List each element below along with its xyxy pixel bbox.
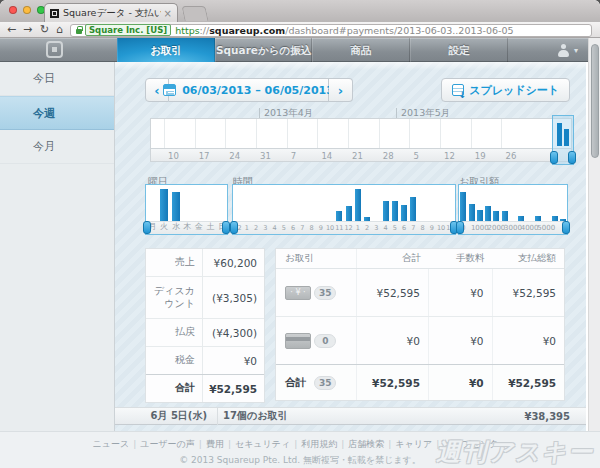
user-menu[interactable]: ▾ <box>558 38 578 62</box>
timeline-gridline <box>440 119 441 148</box>
close-window-button[interactable] <box>9 6 17 14</box>
summary-label: 合計 <box>146 375 203 402</box>
axis-label: 4000 <box>521 224 539 232</box>
timeline-selection[interactable] <box>552 115 574 165</box>
footer-link[interactable]: ユーザーの声 <box>140 439 195 449</box>
selection-handle-right[interactable] <box>568 151 576 164</box>
url-host: squareup.com <box>209 25 285 36</box>
axis-label: 1 <box>245 224 249 232</box>
footer-link[interactable]: 店舗検索 <box>348 439 384 449</box>
chart-bar <box>336 211 342 221</box>
minimize-window-button[interactable] <box>23 6 31 14</box>
footer-link[interactable]: キャリア <box>395 439 432 449</box>
axis-label: 5000 <box>537 224 555 232</box>
browser-tab[interactable]: Squareデータ - 支払い × <box>44 3 178 22</box>
axis-label: 10 <box>437 224 445 232</box>
chart-bar <box>477 210 483 221</box>
count-badge: 0 <box>314 334 336 348</box>
timeline-plot[interactable] <box>150 118 572 148</box>
selection-handle-right[interactable] <box>562 221 570 234</box>
fee-value: ¥0 <box>429 269 493 316</box>
sidebar-item-this-week[interactable]: 今週 <box>0 96 114 130</box>
chart-bar <box>160 189 168 221</box>
fee-value: ¥0 <box>429 365 493 400</box>
transactions-row: · ¥ ·35¥52,595¥0¥52,595 <box>276 269 564 317</box>
weekday-chart[interactable]: 月火水木金土日 <box>145 184 228 235</box>
nav-tab-transactions[interactable]: お取引 <box>117 38 215 62</box>
axis-label: 8 <box>421 224 425 232</box>
footer-link[interactable]: セキュリティ <box>235 439 290 449</box>
summary-row: ディスカウント(¥3,305) <box>146 277 264 319</box>
date-range-button[interactable]: 06/03/2013 – 06/05/2013 <box>169 78 329 102</box>
reload-icon[interactable]: ↻ <box>40 22 49 38</box>
address-bar[interactable]: Square Inc. [US] https://squareup.com/da… <box>70 24 592 37</box>
axis-label: 2000 <box>487 224 505 232</box>
nav-tab-settings[interactable]: 設定 <box>410 38 508 62</box>
nav-tab-items[interactable]: 商品 <box>312 38 410 62</box>
timeline-bar <box>564 129 569 146</box>
selection-handle-left[interactable] <box>230 221 238 234</box>
spreadsheet-label: スプレッドシート <box>469 83 559 98</box>
footer-link[interactable]: 費用 <box>206 439 224 449</box>
axis-label: 3000 <box>504 224 522 232</box>
browser-toolbar: ← → ↻ ⌂ Square Inc. [US] https://squareu… <box>0 22 600 38</box>
chart-bar <box>502 211 508 221</box>
timeline-gridline <box>471 119 472 148</box>
net-value: ¥0 <box>493 317 565 364</box>
count-badge: 35 <box>314 286 337 300</box>
summary-label: 払戻 <box>146 319 203 346</box>
spreadsheet-download-icon <box>452 84 464 96</box>
selection-handle-left[interactable] <box>456 221 464 234</box>
chart-bar <box>493 211 499 221</box>
timeline-gridline <box>379 119 380 148</box>
nav-tab-transfers[interactable]: Squareからの振込 <box>215 38 312 62</box>
scrollbar-track[interactable] <box>588 38 600 468</box>
axis-label: 2 <box>254 224 258 232</box>
timeline-gridline <box>348 119 349 148</box>
axis-label: 水 <box>172 221 180 232</box>
back-icon[interactable]: ← <box>7 22 16 38</box>
footer-link[interactable]: 利用規約 <box>301 439 337 449</box>
selection-handle-right[interactable] <box>222 221 230 234</box>
timeline-gridline <box>287 119 288 148</box>
footer-link[interactable]: ニュース <box>93 439 130 449</box>
axis-label: 金 <box>195 221 203 232</box>
cash-icon: · ¥ · <box>285 286 311 300</box>
close-tab-icon[interactable]: × <box>164 8 172 19</box>
axis-label: 11 <box>335 224 343 232</box>
timeline-chart[interactable]: 1017243171421285121926 <box>150 118 572 162</box>
summary-value: ¥52,595 <box>203 383 264 395</box>
chart-bar <box>172 192 180 221</box>
hour-chart[interactable]: 121234567891011121234567891011 <box>232 184 456 235</box>
sidebar-item-today[interactable]: 今日 <box>0 62 114 96</box>
timeline-tick-label: 17 <box>199 151 210 161</box>
timeline-tick-label: 7 <box>291 151 296 161</box>
column-header: お取引 <box>276 249 357 268</box>
selection-handle-left[interactable] <box>550 151 558 164</box>
timeline-gridline <box>256 119 257 148</box>
main-content: ‹ 06/03/2013 – 06/05/2013 › スプレッドシート 201… <box>115 62 586 431</box>
forward-icon[interactable]: → <box>23 22 32 38</box>
sidebar-item-this-month[interactable]: 今月 <box>0 130 114 164</box>
net-value: ¥52,595 <box>493 269 565 316</box>
user-icon <box>558 44 570 57</box>
scrollbar-thumb[interactable] <box>591 44 599 158</box>
summary-value: ¥60,200 <box>203 257 264 269</box>
new-tab-button[interactable] <box>181 6 208 21</box>
day-summary-row[interactable]: 6月 5日(水) 17個のお取引 ¥38,395 <box>115 407 586 425</box>
spreadsheet-button[interactable]: スプレッドシート <box>441 78 570 102</box>
total-value: ¥0 <box>357 317 429 364</box>
app-navbar: お取引Squareからの振込商品設定 ▾ <box>0 38 600 62</box>
home-icon[interactable]: ⌂ <box>56 22 63 38</box>
amount-chart[interactable]: 010002000300040005000 <box>458 184 568 235</box>
security-badge[interactable]: Square Inc. [US] <box>85 24 171 36</box>
next-period-button[interactable]: › <box>329 78 353 102</box>
axis-label: 4 <box>273 224 277 232</box>
axis-label: 2 <box>365 224 369 232</box>
timeline-gridline <box>164 119 165 148</box>
axis-label: 6 <box>402 224 406 232</box>
selection-handle-left[interactable] <box>143 221 151 234</box>
separator: | <box>388 439 391 449</box>
square-logo-icon[interactable] <box>46 41 63 58</box>
total-value: ¥52,595 <box>357 269 429 316</box>
